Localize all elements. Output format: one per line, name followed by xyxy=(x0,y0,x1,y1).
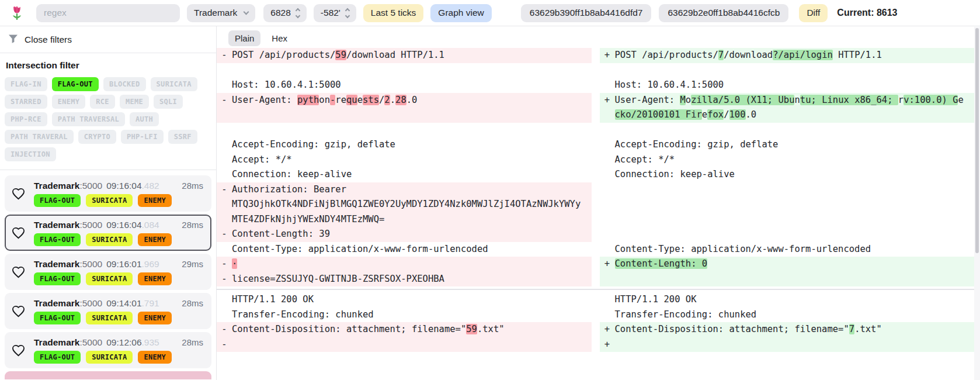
stepper-arrows-icon[interactable] xyxy=(346,9,349,18)
diff-text: Host: 10.60.4.1:5000 xyxy=(615,80,724,90)
close-filters-label: Close filters xyxy=(25,34,72,45)
flow-list-item[interactable]: Trademark:500009:16:04.48228msFLAG-OUTSU… xyxy=(5,175,211,212)
diff-highlight: v:100.0) G xyxy=(903,95,958,105)
regex-search-input[interactable] xyxy=(36,4,180,22)
diff-line-right: Transfer-Encoding: chunked xyxy=(615,308,975,323)
diff-text: Connection: keep-alive xyxy=(615,169,735,179)
diff-text: / xyxy=(724,109,729,120)
flow-duration: 28ms xyxy=(182,220,203,230)
heart-icon[interactable] xyxy=(12,344,25,357)
diff-highlight: fox xyxy=(707,109,724,120)
diff-highlight: sts xyxy=(363,95,379,105)
service-select-value: Trademark xyxy=(194,8,237,18)
filter-tag-suricata[interactable]: SURICATA xyxy=(151,77,197,91)
filter-tag-flag-out[interactable]: FLAG-OUT xyxy=(52,77,99,91)
diff-text xyxy=(615,125,620,135)
tab-hex[interactable]: Hex xyxy=(265,30,294,46)
filter-tag-path-traveral[interactable]: PATH TRAVERAL xyxy=(5,130,74,144)
diff-gutter xyxy=(592,48,600,63)
flow-port: :5000 xyxy=(79,298,102,309)
diff-grid: -POST /api/products/59/download HTTP/1.1… xyxy=(217,48,974,352)
flow-list-item[interactable]: Trademark:500009:14:01.79128msFLAG-OUTSU… xyxy=(5,293,211,329)
diff-line-right: Content-Disposition: attachment; filenam… xyxy=(615,322,975,337)
diff-line-right: Accept-Encoding: gzip, deflate xyxy=(615,137,975,153)
heart-icon[interactable] xyxy=(12,265,25,279)
diff-button[interactable]: Diff xyxy=(799,4,828,22)
diff-text: . xyxy=(390,95,395,105)
topbar: Trademark 6828 -582' Last 5 ticks Graph … xyxy=(0,0,980,26)
flow-tag-list: FLAG-OUTSURICATAENEMY xyxy=(34,194,203,207)
flow-duration: 28ms xyxy=(182,181,203,191)
diff-text: HTTP/1.1 200 OK xyxy=(232,294,314,305)
filter-tag-php-lfi[interactable]: PHP-LFI xyxy=(121,130,164,144)
diff-marker-left xyxy=(217,123,232,138)
close-filters-button[interactable]: Close filters xyxy=(0,26,216,53)
filter-tag-starred[interactable]: STARRED xyxy=(5,95,47,109)
last-5-ticks-button[interactable]: Last 5 ticks xyxy=(363,4,424,22)
diff-highlight: 59 xyxy=(335,50,346,60)
flow-time: 09:16:04 xyxy=(106,220,141,230)
filter-tag-blocked[interactable]: BLOCKED xyxy=(103,77,146,91)
filter-tag-ssrf[interactable]: SSRF xyxy=(168,130,197,144)
stepper-arrows-icon[interactable] xyxy=(296,9,300,18)
flow-item-title: Trademark:500009:12:06.93528ms xyxy=(34,337,203,348)
diff-line-left: Host: 10.60.4.1:5000 xyxy=(232,78,592,93)
filter-tag-sqli[interactable]: SQLI xyxy=(154,95,183,109)
filter-tag-php-rce[interactable]: PHP-RCE xyxy=(5,112,47,126)
flow-tag-enemy: ENEMY xyxy=(138,194,172,207)
filter-tag-enemy[interactable]: ENEMY xyxy=(52,95,86,109)
heart-icon[interactable] xyxy=(12,187,25,201)
tick-start-input[interactable]: 6828 xyxy=(263,4,306,22)
filter-tag-injection[interactable]: INJECTION xyxy=(5,147,56,161)
second-flow-id-field[interactable]: 63629b2e0ff1b8ab4416cfcb xyxy=(659,4,788,22)
heart-icon[interactable] xyxy=(12,226,25,240)
tick-end-value: -582' xyxy=(321,8,340,18)
diff-highlight: tu; Linux x86_64; xyxy=(800,95,898,105)
filter-tag-auth[interactable]: AUTH xyxy=(130,112,159,126)
diff-text: User-Agent: xyxy=(615,95,680,105)
diff-line-right: User-Agent: Mozilla/5.0 (X11; Ubuntu; Li… xyxy=(615,93,975,123)
tab-plain[interactable]: Plain xyxy=(228,30,260,46)
heart-icon[interactable] xyxy=(12,305,25,318)
diff-marker-left: - xyxy=(217,272,232,287)
filter-tag-path-traversal[interactable]: PATH TRAVERSAL xyxy=(52,112,125,126)
diff-gutter xyxy=(592,93,600,123)
graph-view-button[interactable]: Graph view xyxy=(430,4,491,22)
diff-text: /download HTTP/1.1 xyxy=(346,50,444,60)
diff-text xyxy=(615,339,620,350)
diff-gutter xyxy=(592,78,600,93)
flow-service: Trademark xyxy=(34,181,79,191)
scrollbar-thumb[interactable] xyxy=(975,28,979,253)
diff-text: e xyxy=(702,109,707,120)
service-select[interactable]: Trademark xyxy=(187,4,255,22)
diff-text xyxy=(232,125,237,135)
tick-end-input[interactable]: -582' xyxy=(314,4,356,22)
flow-tag-suricata: SURICATA xyxy=(86,272,133,285)
filter-tag-flag-in[interactable]: FLAG-IN xyxy=(5,77,47,91)
diff-text: Transfer-Encoding: chunked xyxy=(615,309,757,320)
first-flow-id-field[interactable]: 63629b390ff1b8ab4416dfd7 xyxy=(521,4,652,22)
diff-line-left: Content-Disposition: attachment; filenam… xyxy=(232,322,592,337)
flow-list-item-partial[interactable] xyxy=(5,371,211,379)
diff-gutter xyxy=(592,137,600,153)
flow-item-title: Trademark:500009:16:01.96929ms xyxy=(34,259,203,270)
flow-tag-flag-out: FLAG-OUT xyxy=(34,194,81,207)
flow-list-item[interactable]: Trademark:500009:16:01.96929msFLAG-OUTSU… xyxy=(5,254,211,290)
filter-tag-crypto[interactable]: CRYPTO xyxy=(78,130,116,144)
diff-marker-right xyxy=(600,242,615,257)
diff-marker-left xyxy=(217,167,232,182)
diff-gutter xyxy=(592,322,600,337)
intersection-filter-panel: Intersection filter FLAG-INFLAG-OUTBLOCK… xyxy=(0,53,216,168)
diff-line-left xyxy=(232,63,592,78)
main-scrollbar[interactable] xyxy=(974,27,980,380)
diff-line-right: Accept: */* xyxy=(615,153,975,168)
diff-text xyxy=(615,65,620,75)
flow-time: 09:14:01 xyxy=(106,298,141,309)
diff-text: HTTP/1.1 xyxy=(833,50,882,60)
flow-list-item[interactable]: Trademark:500009:12:06.93528msFLAG-OUTSU… xyxy=(5,332,211,368)
flow-list-item[interactable]: Trademark:500009:16:04.08428msFLAG-OUTSU… xyxy=(5,215,211,251)
diff-gutter xyxy=(592,272,600,287)
filter-tag-meme[interactable]: MEME xyxy=(120,95,149,109)
filter-tag-rce[interactable]: RCE xyxy=(90,95,115,109)
diff-line-right xyxy=(615,123,975,138)
